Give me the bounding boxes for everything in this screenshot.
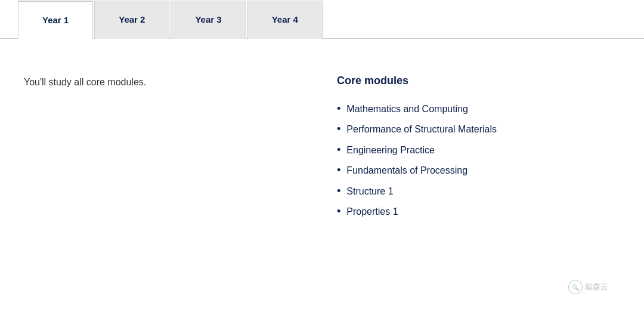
tab-year-1[interactable]: Year 1 bbox=[18, 1, 93, 39]
tab-year-3[interactable]: Year 3 bbox=[171, 1, 246, 39]
watermark-text: 戴森云 bbox=[585, 282, 608, 292]
main-content: You'll study all core modules. Core modu… bbox=[0, 39, 644, 246]
list-item: Engineering Practice bbox=[337, 140, 626, 160]
watermark: 🔍 戴森云 bbox=[568, 280, 608, 294]
list-item: Properties 1 bbox=[337, 202, 626, 222]
intro-text: You'll study all core modules. bbox=[24, 75, 301, 90]
list-item: Performance of Structural Materials bbox=[337, 119, 626, 140]
tab-year-4[interactable]: Year 4 bbox=[247, 1, 323, 39]
list-item: Fundamentals of Processing bbox=[337, 160, 626, 181]
core-modules-title: Core modules bbox=[337, 75, 626, 87]
list-item: Structure 1 bbox=[337, 181, 626, 202]
right-panel: Core modules Mathematics and Computing P… bbox=[325, 75, 626, 222]
tab-bar: Year 1 Year 2 Year 3 Year 4 bbox=[0, 0, 644, 39]
modules-list: Mathematics and Computing Performance of… bbox=[337, 99, 626, 222]
list-item: Mathematics and Computing bbox=[337, 99, 626, 119]
left-panel: You'll study all core modules. bbox=[24, 75, 325, 222]
watermark-icon: 🔍 bbox=[568, 280, 583, 294]
tab-year-2[interactable]: Year 2 bbox=[94, 1, 169, 39]
page-wrapper: Year 1 Year 2 Year 3 Year 4 You'll study… bbox=[0, 0, 644, 318]
